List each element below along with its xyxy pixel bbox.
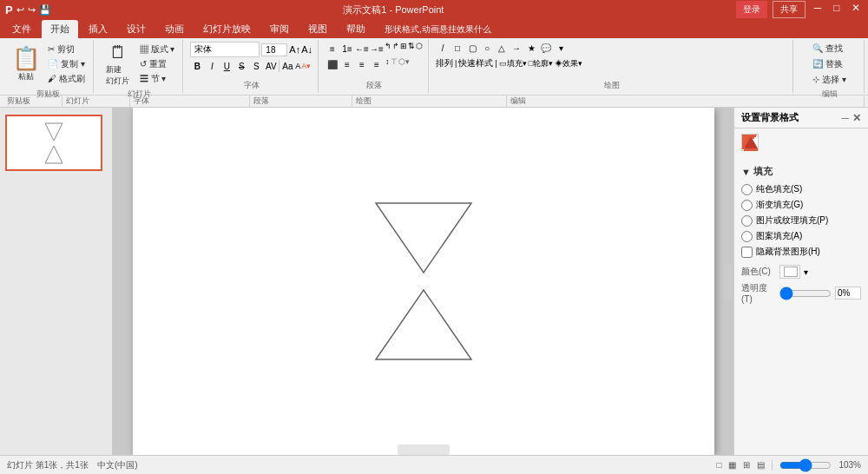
align-right-button[interactable]: ≡ [355,57,369,71]
cut-button[interactable]: ✂ 剪切 [45,43,88,56]
hide-bg-checkbox[interactable] [741,247,753,258]
shape-callout[interactable]: 💬 [539,42,553,54]
tab-help[interactable]: 帮助 [338,20,374,38]
font-family-select[interactable]: 宋体 [190,42,260,57]
tab-shape-format[interactable]: 形状格式,动画悬挂效果什么 [376,21,500,38]
canvas-area[interactable] [113,108,733,455]
increase-indent-button[interactable]: →≡ [370,42,384,56]
slideshow-button[interactable]: ▤ [757,460,765,470]
bold-button[interactable]: B [190,59,204,73]
text-direction-button[interactable]: ⇅ [408,42,415,56]
close-window-button[interactable]: ✕ [849,1,863,15]
pattern-fill-option[interactable]: 图案填充(A) [741,230,861,242]
rtl-button[interactable]: ↰ [385,42,391,56]
new-slide-button[interactable]: 🗒 新建幻灯片 [101,42,135,87]
normal-view-button[interactable]: □ [716,460,721,470]
tab-review[interactable]: 审阅 [261,20,298,38]
minimize-window-button[interactable]: ─ [811,1,825,15]
pattern-fill-radio[interactable] [741,231,753,242]
hourglass-shape-svg[interactable] [358,194,489,368]
shape-oval[interactable]: ○ [480,42,494,54]
tab-animation[interactable]: 动画 [156,20,193,38]
paste-button[interactable]: 📋 粘贴 [9,42,43,87]
bullets-button[interactable]: ≡ [326,42,339,56]
save-icon[interactable]: 💾 [39,4,51,16]
line-spacing-button[interactable]: ↕ [385,57,390,71]
language-indicator[interactable]: 中文(中国) [97,459,138,471]
reading-view-button[interactable]: ⊞ [743,460,750,470]
color-picker-button[interactable] [779,265,800,279]
shape-outline-button[interactable]: □轮廓▾ [529,58,553,69]
select-button[interactable]: ⊹ 选择 ▾ [810,73,849,87]
font-size-up-button[interactable]: A↑ [289,44,300,55]
tab-design[interactable]: 设计 [118,20,155,38]
shape-arrow[interactable]: → [510,42,523,54]
format-painter-button[interactable]: 🖌 格式刷 [45,72,88,86]
fill-color-icon[interactable] [741,134,759,151]
italic-button[interactable]: I [205,59,219,73]
shape-more[interactable]: ▾ [554,42,568,54]
picture-fill-option[interactable]: 图片或纹理填充(P) [741,214,861,227]
layout-button[interactable]: ▦ 版式 ▾ [137,43,178,56]
tab-insert[interactable]: 插入 [80,20,116,38]
align-center-button[interactable]: ≡ [340,57,354,71]
strikethrough-button[interactable]: S [234,59,248,73]
shape-star[interactable]: ★ [524,42,538,54]
tab-home[interactable]: 开始 [42,20,78,38]
redo-icon[interactable]: ↪ [28,4,36,16]
fill-section-title[interactable]: ▼ 填充 [741,165,861,178]
picture-fill-radio[interactable] [741,215,753,227]
shape-effects-button[interactable]: ◈效果▾ [555,58,582,69]
font-case-button[interactable]: Aa [280,59,294,73]
tab-view[interactable]: 视图 [299,20,336,38]
solid-fill-option[interactable]: 纯色填充(S) [741,183,861,195]
zoom-level[interactable]: 103% [838,460,861,470]
section-button[interactable]: ☰ 节 ▾ [137,72,178,86]
find-button[interactable]: 🔍 查找 [810,42,849,56]
replace-button[interactable]: 🔄 替换 [810,57,849,71]
transparency-value-input[interactable] [835,286,861,300]
ltr-button[interactable]: ↱ [392,42,399,56]
shape-fill-button[interactable]: ▭填充▾ [499,58,527,69]
slide-sorter-button[interactable]: ▦ [728,460,736,470]
font-color-button[interactable]: A▾ [301,62,311,70]
sign-in-button[interactable]: 登录 [736,1,767,18]
gradient-fill-radio[interactable] [741,200,753,211]
font-size-select[interactable]: 18 [261,43,287,56]
font-size-down-button[interactable]: A↓ [301,44,312,55]
char-spacing-button[interactable]: AV [264,59,278,73]
arrange-button[interactable]: 排列 [436,57,453,69]
align-left-button[interactable]: ⬛ [326,57,339,71]
tab-file[interactable]: 文件 [3,20,40,38]
decrease-indent-button[interactable]: ←≡ [355,42,369,56]
vertical-scrollbar[interactable] [723,264,733,299]
color-expand-icon[interactable]: ▾ [804,267,808,277]
shape-rounded-rect[interactable]: ▢ [465,42,479,54]
maximize-window-button[interactable]: □ [830,1,844,15]
transparency-slider[interactable] [779,288,832,299]
share-button[interactable]: 共享 [773,1,806,18]
zoom-slider[interactable] [779,461,832,470]
panel-close-button[interactable]: ✕ [852,112,861,124]
numbering-button[interactable]: 1≡ [340,42,354,56]
tab-slideshow[interactable]: 幻灯片放映 [194,20,260,38]
gradient-fill-option[interactable]: 渐变填充(G) [741,199,861,211]
shadow-button[interactable]: S [249,59,263,73]
quick-styles-button[interactable]: 快速样式 [458,57,493,69]
solid-fill-radio[interactable] [741,184,753,195]
reset-button[interactable]: ↺ 重置 [137,57,178,71]
hide-bg-option[interactable]: 隐藏背景图形(H) [741,246,861,258]
slide-thumbnail-1[interactable] [5,115,102,171]
underline-button[interactable]: U [220,59,233,73]
justify-button[interactable]: ≡ [370,57,384,71]
horizontal-scrollbar[interactable] [398,444,450,455]
align-text-button[interactable]: ⊤ [391,57,398,71]
convert-to-smartart-button[interactable]: ⬡▾ [398,57,410,71]
copy-button[interactable]: 📄 复制 ▾ [45,57,88,71]
smartart-button[interactable]: ⬡ [416,42,423,56]
shape-triangle[interactable]: △ [495,42,509,54]
columns-button[interactable]: ⊞ [400,42,407,56]
shape-rect[interactable]: □ [450,42,464,54]
undo-icon[interactable]: ↩ [16,4,24,16]
panel-minimize-button[interactable]: ─ [841,112,849,124]
